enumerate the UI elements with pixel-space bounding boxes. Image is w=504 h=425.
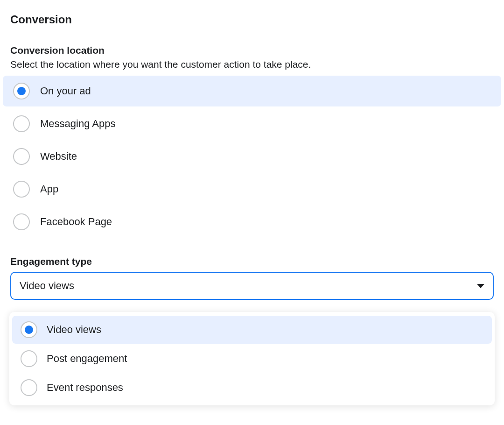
dropdown-option-event-responses[interactable]: Event responses bbox=[12, 374, 492, 402]
radio-icon bbox=[13, 115, 30, 132]
radio-label: On your ad bbox=[40, 85, 91, 97]
engagement-type-selected-value: Video views bbox=[20, 280, 74, 292]
section-title: Conversion bbox=[10, 13, 504, 26]
conversion-location-group: On your ad Messaging Apps Website App Fa… bbox=[0, 76, 504, 237]
radio-facebook-page[interactable]: Facebook Page bbox=[3, 206, 501, 237]
conversion-location-title: Conversion location bbox=[10, 45, 504, 56]
engagement-type-dropdown: Video views Post engagement Event respon… bbox=[9, 312, 495, 405]
radio-icon bbox=[13, 213, 30, 230]
dropdown-option-label: Event responses bbox=[47, 382, 123, 394]
radio-website[interactable]: Website bbox=[3, 141, 501, 172]
dropdown-option-label: Video views bbox=[47, 324, 101, 336]
radio-label: Website bbox=[40, 150, 77, 163]
engagement-type-title: Engagement type bbox=[10, 256, 504, 267]
radio-icon bbox=[13, 181, 30, 198]
dropdown-option-label: Post engagement bbox=[47, 353, 127, 365]
radio-messaging-apps[interactable]: Messaging Apps bbox=[3, 108, 501, 139]
engagement-type-select[interactable]: Video views bbox=[10, 272, 494, 300]
radio-on-your-ad[interactable]: On your ad bbox=[3, 76, 501, 106]
chevron-down-icon bbox=[477, 284, 484, 288]
radio-icon bbox=[13, 148, 30, 165]
radio-icon bbox=[21, 350, 37, 367]
radio-label: App bbox=[40, 183, 58, 195]
dropdown-option-video-views[interactable]: Video views bbox=[12, 316, 492, 344]
radio-label: Facebook Page bbox=[40, 216, 112, 228]
radio-icon bbox=[21, 379, 37, 396]
radio-icon bbox=[13, 83, 30, 99]
radio-label: Messaging Apps bbox=[40, 118, 115, 130]
conversion-location-description: Select the location where you want the c… bbox=[10, 59, 504, 70]
engagement-type-select-wrapper: Video views bbox=[10, 272, 494, 300]
dropdown-option-post-engagement[interactable]: Post engagement bbox=[12, 345, 492, 373]
radio-icon bbox=[21, 321, 37, 338]
radio-app[interactable]: App bbox=[3, 174, 501, 205]
